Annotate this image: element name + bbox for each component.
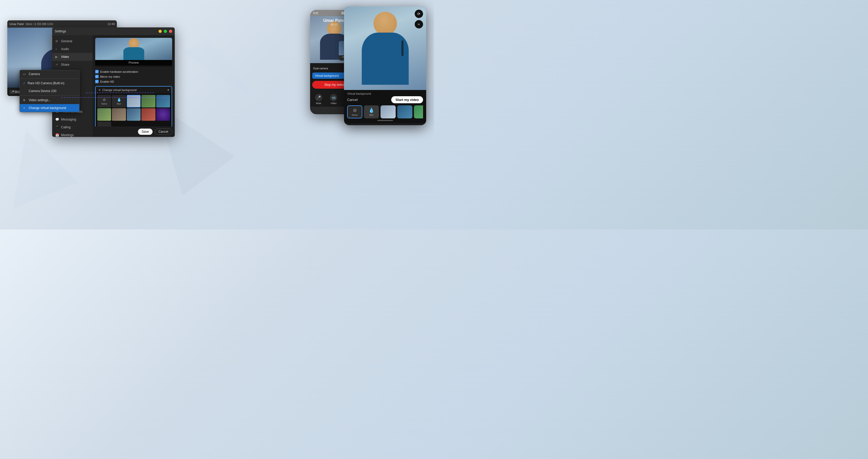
app-user-name: Umar Patel: [9, 23, 24, 26]
context-camera-option-1[interactable]: ✓ Rare HD Camera (Built-in): [20, 79, 79, 87]
settings-nav-share[interactable]: ↗ Share: [52, 61, 93, 69]
context-menu: ▭ Camera ✓ Rare HD Camera (Built-in) Cam…: [20, 70, 80, 112]
mobile-none-label: None: [352, 114, 358, 116]
mute-icon: 🎤: [315, 94, 322, 101]
app-phone-number: Work: +1 555 888 1234: [26, 23, 53, 26]
vbg-collapse-icon[interactable]: ▾: [167, 88, 169, 92]
vbg-label: Virtual background: [315, 74, 339, 77]
vbg-image-6[interactable]: [127, 108, 141, 121]
cancel-button[interactable]: Cancel: [155, 129, 172, 135]
settings-footer: Save Cancel: [93, 126, 175, 137]
settings-titlebar: Settings – □ ×: [52, 27, 175, 35]
audio-label: Audio: [61, 47, 69, 51]
settings-nav-messaging[interactable]: 💬 Messaging: [52, 116, 93, 123]
video-nav-icon: ▶: [55, 55, 59, 59]
calling-label: Calling: [61, 125, 71, 129]
mirror-video-checkbox[interactable]: ✓ Mirror my video: [95, 74, 172, 79]
mirror-video-check-icon: ✓: [95, 75, 99, 78]
context-separator-1: [20, 79, 79, 79]
settings-content: Preview ✓ Enable hardware acceleration ✓…: [93, 35, 175, 137]
mobile-vbg-options: ⊘ None 💧 Blur: [347, 105, 423, 118]
connector-line: [61, 97, 166, 102]
mobile-vbg-img-1[interactable]: [380, 105, 396, 118]
video-icon: 📹: [330, 94, 337, 101]
mobile-blur-icon: 💧: [369, 108, 374, 113]
calling-icon: 📱: [55, 125, 59, 129]
mute-nav-label: Mute: [316, 102, 321, 104]
effects-icon: ≈: [418, 22, 420, 26]
home-indicator: [377, 120, 393, 121]
preview-label: Preview: [95, 60, 172, 65]
settings-title: Settings: [55, 29, 66, 33]
hw-acceleration-check-icon: ✓: [95, 70, 99, 73]
video-preview-box: Preview: [95, 38, 172, 66]
share-label: Share: [61, 63, 69, 66]
context-separator-2: [20, 95, 79, 96]
phone-mute-button[interactable]: 🎤 Mute: [315, 94, 322, 104]
minimize-button[interactable]: –: [159, 30, 162, 33]
svg-marker-1: [13, 130, 78, 209]
enable-hd-label: Enable HD: [100, 80, 114, 83]
video-settings-label: Video settings...: [29, 98, 51, 102]
connector-line-2: [86, 93, 154, 93]
titlebar-time: 12:40: [107, 23, 115, 26]
vbg-title: Change virtual background: [102, 88, 136, 92]
save-button[interactable]: Save: [138, 129, 152, 135]
dual-camera-label: Dual camera: [313, 67, 328, 70]
mobile-vbg-img-2[interactable]: [397, 105, 412, 118]
blur-label: Blur: [117, 102, 121, 105]
vbg-image-4[interactable]: [97, 108, 111, 121]
camera-option-1-label: Rare HD Camera (Built-in): [28, 81, 64, 85]
mobile-vbg-none[interactable]: ⊘ None: [347, 105, 362, 118]
messaging-icon: 💬: [55, 118, 59, 121]
vbg-image-7[interactable]: [142, 108, 155, 121]
context-camera-option-2[interactable]: Camera Device 230: [20, 87, 79, 95]
settings-nav-calling[interactable]: 📱 Calling: [52, 123, 93, 131]
vbg-section-label: Virtual background: [347, 92, 423, 95]
settings-nav-audio[interactable]: ♪ Audio: [52, 45, 93, 53]
vbg-mobile-label: Virtual background: [347, 92, 371, 95]
meetings-icon: 📅: [55, 133, 59, 137]
mirror-video-label: Mirror my video: [100, 75, 120, 78]
preview-video: [95, 38, 172, 60]
settings-nav-video[interactable]: ▶ Video: [52, 53, 93, 61]
settings-nav-meetings[interactable]: 📅 Meetings: [52, 131, 93, 137]
enable-hd-check-icon: ✓: [95, 80, 99, 83]
close-button[interactable]: ×: [169, 30, 172, 33]
general-icon: ⚙: [55, 39, 59, 43]
window-controls: – □ ×: [159, 30, 172, 33]
mobile-camera-rotate-button[interactable]: ⟳: [415, 10, 423, 18]
mobile-start-video-button[interactable]: Start my video: [391, 96, 423, 103]
mobile-no-bg-icon: ⊘: [353, 108, 357, 113]
mobile-blur-label: Blur: [369, 114, 373, 116]
phone-video-button[interactable]: 📹 Video: [330, 94, 337, 104]
mobile-vbg-panel: ⟳ ≈ Virtual background Cancel Start my v…: [344, 6, 426, 125]
video-label: Video: [61, 55, 69, 59]
camera-option-2-label: Camera Device 230: [29, 89, 56, 93]
meetings-label: Meetings: [61, 133, 74, 137]
enable-hd-checkbox[interactable]: ✓ Enable HD: [95, 79, 172, 84]
settings-nav-general[interactable]: ⚙ General: [52, 37, 93, 45]
maximize-button[interactable]: □: [164, 30, 167, 33]
phone-time: 9:41: [313, 12, 318, 14]
mobile-effects-button[interactable]: ≈: [415, 20, 423, 28]
mobile-cancel-button[interactable]: Cancel: [347, 98, 358, 102]
mobile-bottom-bar: Virtual background Cancel Start my video…: [344, 90, 426, 123]
gear-icon: ⚙: [23, 99, 27, 102]
vbg-x-icon: ✕: [98, 88, 101, 92]
hw-acceleration-checkbox[interactable]: ✓ Enable hardware acceleration: [95, 69, 172, 74]
share-icon: ↗: [55, 63, 59, 66]
mobile-top-buttons: ⟳ ≈: [415, 10, 423, 28]
check-icon: ✓: [23, 81, 26, 85]
vbg-image-5[interactable]: [112, 108, 126, 121]
hw-acceleration-label: Enable hardware acceleration: [100, 70, 138, 73]
mobile-vbg-blur[interactable]: 💧 Blur: [364, 105, 379, 118]
messaging-label: Messaging: [61, 118, 76, 121]
context-change-vbg[interactable]: ✦ Change virtual background: [20, 104, 79, 112]
mobile-vbg-img-3[interactable]: [414, 105, 423, 118]
vbg-title-row: ✕ Change virtual background: [98, 88, 136, 92]
video-nav-label: Video: [331, 102, 337, 104]
vbg-image-8[interactable]: [156, 108, 170, 121]
desktop-titlebar: Umar Patel Work: +1 555 888 1234 12:40: [7, 20, 117, 28]
camera-label: Camera: [29, 72, 40, 76]
